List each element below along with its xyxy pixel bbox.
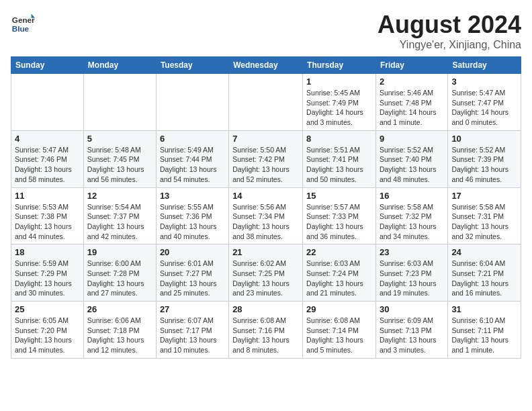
day-number: 30	[380, 304, 444, 314]
calendar-cell: 19Sunrise: 6:00 AM Sunset: 7:28 PM Dayli…	[83, 244, 156, 302]
day-number: 1	[306, 77, 372, 87]
day-number: 9	[380, 134, 444, 144]
col-saturday: Saturday	[448, 57, 521, 74]
day-number: 28	[232, 304, 299, 314]
day-info: Sunrise: 6:09 AM Sunset: 7:13 PM Dayligh…	[380, 316, 444, 355]
col-thursday: Thursday	[303, 57, 376, 74]
day-number: 6	[160, 134, 225, 144]
day-info: Sunrise: 6:03 AM Sunset: 7:23 PM Dayligh…	[380, 259, 444, 298]
calendar-row: 1Sunrise: 5:45 AM Sunset: 7:49 PM Daylig…	[11, 74, 521, 131]
day-info: Sunrise: 6:03 AM Sunset: 7:24 PM Dayligh…	[306, 259, 372, 298]
logo: General Blue	[11, 11, 38, 35]
day-number: 11	[15, 191, 80, 201]
day-info: Sunrise: 6:02 AM Sunset: 7:25 PM Dayligh…	[232, 259, 299, 298]
day-number: 13	[160, 191, 225, 201]
day-info: Sunrise: 6:06 AM Sunset: 7:18 PM Dayligh…	[87, 316, 152, 355]
day-info: Sunrise: 5:58 AM Sunset: 7:31 PM Dayligh…	[451, 202, 517, 242]
calendar-cell	[11, 74, 84, 131]
day-number: 5	[87, 134, 152, 144]
day-number: 4	[15, 134, 80, 144]
page-header: General Blue August 2024 Yingye'er, Xinj…	[11, 11, 521, 51]
day-number: 3	[451, 77, 517, 87]
day-info: Sunrise: 5:47 AM Sunset: 7:47 PM Dayligh…	[451, 88, 517, 128]
calendar-cell: 25Sunrise: 6:05 AM Sunset: 7:20 PM Dayli…	[11, 302, 84, 359]
calendar-row: 11Sunrise: 5:53 AM Sunset: 7:38 PM Dayli…	[11, 187, 521, 244]
calendar-cell: 14Sunrise: 5:56 AM Sunset: 7:34 PM Dayli…	[229, 187, 303, 244]
calendar-cell: 1Sunrise: 5:45 AM Sunset: 7:49 PM Daylig…	[303, 74, 376, 131]
day-info: Sunrise: 6:01 AM Sunset: 7:27 PM Dayligh…	[160, 259, 225, 298]
col-wednesday: Wednesday	[229, 57, 303, 74]
calendar-row: 4Sunrise: 5:47 AM Sunset: 7:46 PM Daylig…	[11, 130, 521, 187]
day-number: 31	[451, 304, 517, 314]
day-info: Sunrise: 5:47 AM Sunset: 7:46 PM Dayligh…	[15, 145, 80, 185]
day-info: Sunrise: 5:51 AM Sunset: 7:41 PM Dayligh…	[306, 145, 372, 185]
calendar-cell: 16Sunrise: 5:58 AM Sunset: 7:32 PM Dayli…	[375, 187, 447, 244]
day-info: Sunrise: 5:48 AM Sunset: 7:45 PM Dayligh…	[87, 145, 152, 185]
day-info: Sunrise: 5:52 AM Sunset: 7:39 PM Dayligh…	[451, 145, 517, 185]
calendar-subtitle: Yingye'er, Xinjiang, China	[378, 39, 521, 51]
day-number: 20	[160, 247, 225, 257]
day-number: 10	[451, 134, 517, 144]
calendar-cell: 3Sunrise: 5:47 AM Sunset: 7:47 PM Daylig…	[448, 74, 521, 131]
calendar-cell: 23Sunrise: 6:03 AM Sunset: 7:23 PM Dayli…	[375, 244, 447, 302]
calendar-cell: 5Sunrise: 5:48 AM Sunset: 7:45 PM Daylig…	[83, 130, 156, 187]
day-number: 29	[306, 304, 372, 314]
calendar-title: August 2024	[378, 11, 521, 39]
day-number: 26	[87, 304, 152, 314]
day-number: 18	[15, 247, 80, 257]
day-info: Sunrise: 5:53 AM Sunset: 7:38 PM Dayligh…	[15, 202, 80, 242]
day-number: 25	[15, 304, 80, 314]
day-info: Sunrise: 5:45 AM Sunset: 7:49 PM Dayligh…	[306, 88, 372, 128]
day-info: Sunrise: 5:49 AM Sunset: 7:44 PM Dayligh…	[160, 145, 225, 185]
calendar-cell: 15Sunrise: 5:57 AM Sunset: 7:33 PM Dayli…	[303, 187, 376, 244]
day-info: Sunrise: 6:05 AM Sunset: 7:20 PM Dayligh…	[15, 316, 80, 355]
calendar-row: 18Sunrise: 5:59 AM Sunset: 7:29 PM Dayli…	[11, 244, 521, 302]
calendar-cell	[83, 74, 156, 131]
calendar-cell: 7Sunrise: 5:50 AM Sunset: 7:42 PM Daylig…	[229, 130, 303, 187]
calendar-cell: 8Sunrise: 5:51 AM Sunset: 7:41 PM Daylig…	[303, 130, 376, 187]
calendar-cell: 18Sunrise: 5:59 AM Sunset: 7:29 PM Dayli…	[11, 244, 84, 302]
day-number: 7	[232, 134, 299, 144]
logo-icon: General Blue	[11, 11, 35, 35]
calendar-cell	[156, 74, 228, 131]
calendar-cell: 29Sunrise: 6:08 AM Sunset: 7:14 PM Dayli…	[303, 302, 376, 359]
day-number: 19	[87, 247, 152, 257]
day-info: Sunrise: 6:10 AM Sunset: 7:11 PM Dayligh…	[451, 316, 517, 355]
day-number: 23	[380, 247, 444, 257]
calendar-cell: 11Sunrise: 5:53 AM Sunset: 7:38 PM Dayli…	[11, 187, 84, 244]
day-info: Sunrise: 5:46 AM Sunset: 7:48 PM Dayligh…	[380, 88, 444, 128]
calendar-cell: 27Sunrise: 6:07 AM Sunset: 7:17 PM Dayli…	[156, 302, 228, 359]
calendar-cell: 6Sunrise: 5:49 AM Sunset: 7:44 PM Daylig…	[156, 130, 228, 187]
day-number: 21	[232, 247, 299, 257]
calendar-header-row: Sunday Monday Tuesday Wednesday Thursday…	[11, 57, 521, 74]
calendar-cell: 12Sunrise: 5:54 AM Sunset: 7:37 PM Dayli…	[83, 187, 156, 244]
svg-text:Blue: Blue	[12, 24, 30, 33]
calendar-cell: 31Sunrise: 6:10 AM Sunset: 7:11 PM Dayli…	[448, 302, 521, 359]
day-info: Sunrise: 6:07 AM Sunset: 7:17 PM Dayligh…	[160, 316, 225, 355]
calendar-cell: 13Sunrise: 5:55 AM Sunset: 7:36 PM Dayli…	[156, 187, 228, 244]
day-number: 17	[451, 191, 517, 201]
day-info: Sunrise: 6:04 AM Sunset: 7:21 PM Dayligh…	[451, 259, 517, 298]
day-number: 12	[87, 191, 152, 201]
calendar-cell: 24Sunrise: 6:04 AM Sunset: 7:21 PM Dayli…	[448, 244, 521, 302]
title-block: August 2024 Yingye'er, Xinjiang, China	[378, 11, 521, 51]
calendar-cell: 22Sunrise: 6:03 AM Sunset: 7:24 PM Dayli…	[303, 244, 376, 302]
day-number: 2	[380, 77, 444, 87]
calendar-cell: 4Sunrise: 5:47 AM Sunset: 7:46 PM Daylig…	[11, 130, 84, 187]
col-tuesday: Tuesday	[156, 57, 228, 74]
day-info: Sunrise: 5:59 AM Sunset: 7:29 PM Dayligh…	[15, 259, 80, 298]
day-number: 27	[160, 304, 225, 314]
day-number: 22	[306, 247, 372, 257]
calendar-cell: 10Sunrise: 5:52 AM Sunset: 7:39 PM Dayli…	[448, 130, 521, 187]
day-info: Sunrise: 5:58 AM Sunset: 7:32 PM Dayligh…	[380, 202, 444, 242]
day-info: Sunrise: 5:56 AM Sunset: 7:34 PM Dayligh…	[232, 202, 299, 242]
calendar-cell: 9Sunrise: 5:52 AM Sunset: 7:40 PM Daylig…	[375, 130, 447, 187]
day-number: 24	[451, 247, 517, 257]
calendar-cell: 21Sunrise: 6:02 AM Sunset: 7:25 PM Dayli…	[229, 244, 303, 302]
calendar-cell: 26Sunrise: 6:06 AM Sunset: 7:18 PM Dayli…	[83, 302, 156, 359]
calendar-cell: 2Sunrise: 5:46 AM Sunset: 7:48 PM Daylig…	[375, 74, 447, 131]
day-number: 16	[380, 191, 444, 201]
day-info: Sunrise: 6:08 AM Sunset: 7:14 PM Dayligh…	[306, 316, 372, 355]
day-number: 14	[232, 191, 299, 201]
day-number: 8	[306, 134, 372, 144]
